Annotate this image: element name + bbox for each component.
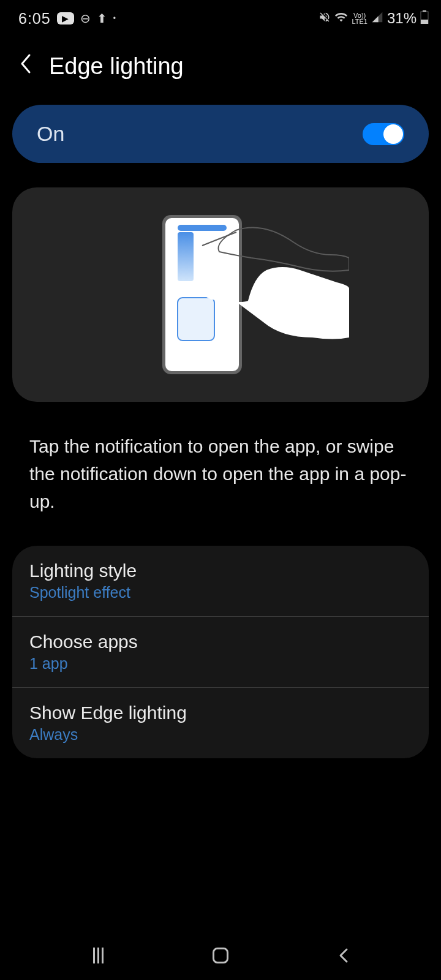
signal-icon bbox=[371, 11, 383, 26]
mute-icon bbox=[318, 11, 331, 26]
toggle-switch[interactable] bbox=[363, 123, 404, 145]
svg-rect-7 bbox=[178, 298, 214, 341]
illustration-card bbox=[12, 187, 429, 402]
navigation-bar bbox=[0, 931, 441, 980]
swipe-illustration bbox=[92, 209, 349, 380]
setting-title: Choose apps bbox=[29, 631, 412, 652]
status-left: 6:05 ▶ ⊖ ⬆ • bbox=[18, 10, 116, 28]
svg-rect-6 bbox=[178, 232, 194, 281]
nav-home-button[interactable] bbox=[202, 943, 239, 968]
svg-rect-4 bbox=[165, 218, 239, 371]
settings-list: Lighting style Spotlight effect Choose a… bbox=[12, 546, 429, 758]
youtube-icon: ▶ bbox=[57, 12, 74, 24]
choose-apps-item[interactable]: Choose apps 1 app bbox=[12, 617, 429, 688]
status-right: Vo)) LTE1 31% bbox=[318, 10, 429, 27]
nav-back-button[interactable] bbox=[325, 943, 361, 968]
setting-value: 1 app bbox=[29, 655, 412, 673]
master-toggle-row[interactable]: On bbox=[12, 105, 429, 163]
volte-icon: Vo)) LTE1 bbox=[352, 12, 367, 24]
setting-value: Always bbox=[29, 726, 412, 744]
description-text: Tap the notification to open the app, or… bbox=[0, 402, 441, 540]
svg-rect-5 bbox=[178, 225, 227, 231]
page-title: Edge lighting bbox=[49, 53, 184, 80]
toggle-knob bbox=[383, 124, 403, 144]
dnd-icon: ⊖ bbox=[80, 11, 91, 26]
setting-value: Spotlight effect bbox=[29, 584, 412, 601]
page-header: Edge lighting bbox=[0, 34, 441, 105]
battery-percentage: 31% bbox=[387, 10, 417, 27]
setting-title: Lighting style bbox=[29, 560, 412, 581]
svg-rect-2 bbox=[421, 20, 428, 24]
show-edge-lighting-item[interactable]: Show Edge lighting Always bbox=[12, 688, 429, 758]
nav-recents-button[interactable] bbox=[80, 943, 116, 968]
wifi-icon bbox=[334, 10, 348, 27]
status-time: 6:05 bbox=[18, 10, 51, 28]
dot-icon: • bbox=[113, 14, 116, 23]
battery-icon bbox=[420, 10, 429, 27]
lighting-style-item[interactable]: Lighting style Spotlight effect bbox=[12, 546, 429, 617]
setting-title: Show Edge lighting bbox=[29, 703, 412, 723]
upload-icon: ⬆ bbox=[97, 11, 107, 26]
status-bar: 6:05 ▶ ⊖ ⬆ • Vo)) LTE1 31% bbox=[0, 0, 441, 34]
toggle-label: On bbox=[37, 122, 64, 146]
back-button[interactable] bbox=[18, 53, 32, 80]
